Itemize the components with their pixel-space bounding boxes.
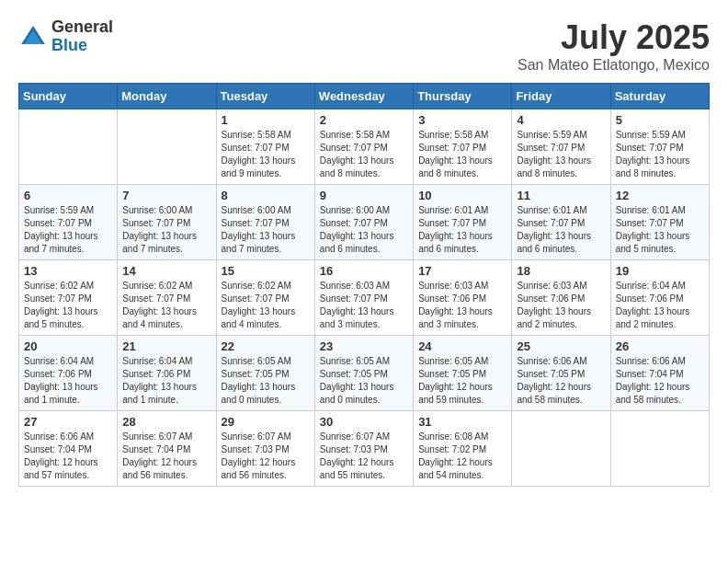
- day-info: Sunrise: 6:08 AM Sunset: 7:02 PM Dayligh…: [418, 431, 506, 482]
- day-number: 15: [222, 264, 310, 278]
- day-number: 30: [320, 415, 408, 429]
- day-info: Sunrise: 6:06 AM Sunset: 7:04 PM Dayligh…: [24, 431, 112, 482]
- day-info: Sunrise: 5:58 AM Sunset: 7:07 PM Dayligh…: [418, 129, 506, 180]
- calendar-cell: 2Sunrise: 5:58 AM Sunset: 7:07 PM Daylig…: [314, 109, 413, 185]
- day-number: 6: [24, 189, 112, 202]
- column-header-thursday: Thursday: [414, 84, 512, 109]
- logo-general-text: General: [51, 18, 113, 37]
- day-info: Sunrise: 5:58 AM Sunset: 7:07 PM Dayligh…: [222, 129, 310, 180]
- calendar-cell: 30Sunrise: 6:07 AM Sunset: 7:03 PM Dayli…: [314, 411, 413, 487]
- day-info: Sunrise: 5:59 AM Sunset: 7:07 PM Dayligh…: [24, 204, 112, 256]
- calendar-week-5: 27Sunrise: 6:06 AM Sunset: 7:04 PM Dayli…: [19, 411, 710, 487]
- calendar-cell: 23Sunrise: 6:05 AM Sunset: 7:05 PM Dayli…: [314, 336, 413, 411]
- column-header-saturday: Saturday: [610, 84, 709, 109]
- calendar-table: SundayMondayTuesdayWednesdayThursdayFrid…: [18, 83, 710, 487]
- calendar-cell: 16Sunrise: 6:03 AM Sunset: 7:07 PM Dayli…: [314, 260, 413, 336]
- calendar-cell: 18Sunrise: 6:03 AM Sunset: 7:06 PM Dayli…: [512, 260, 610, 336]
- calendar-cell: 9Sunrise: 6:00 AM Sunset: 7:07 PM Daylig…: [314, 185, 413, 260]
- calendar-cell: [19, 109, 118, 185]
- calendar-cell: [512, 411, 610, 487]
- calendar-cell: 29Sunrise: 6:07 AM Sunset: 7:03 PM Dayli…: [216, 411, 314, 487]
- day-info: Sunrise: 6:06 AM Sunset: 7:04 PM Dayligh…: [616, 355, 704, 407]
- day-info: Sunrise: 6:02 AM Sunset: 7:07 PM Dayligh…: [222, 280, 310, 331]
- day-info: Sunrise: 6:02 AM Sunset: 7:07 PM Dayligh…: [24, 280, 112, 331]
- month-title: July 2025: [518, 18, 710, 57]
- day-info: Sunrise: 6:05 AM Sunset: 7:05 PM Dayligh…: [418, 355, 506, 407]
- day-info: Sunrise: 6:03 AM Sunset: 7:06 PM Dayligh…: [418, 280, 506, 331]
- day-number: 26: [616, 339, 704, 353]
- calendar-week-4: 20Sunrise: 6:04 AM Sunset: 7:06 PM Dayli…: [19, 336, 710, 411]
- calendar-cell: 3Sunrise: 5:58 AM Sunset: 7:07 PM Daylig…: [414, 109, 512, 185]
- calendar-week-1: 1Sunrise: 5:58 AM Sunset: 7:07 PM Daylig…: [19, 109, 710, 185]
- calendar-cell: 24Sunrise: 6:05 AM Sunset: 7:05 PM Dayli…: [414, 336, 512, 411]
- day-info: Sunrise: 6:00 AM Sunset: 7:07 PM Dayligh…: [122, 204, 210, 256]
- calendar-cell: 11Sunrise: 6:01 AM Sunset: 7:07 PM Dayli…: [512, 185, 610, 260]
- calendar-cell: 6Sunrise: 5:59 AM Sunset: 7:07 PM Daylig…: [19, 185, 118, 260]
- day-number: 20: [24, 339, 112, 353]
- day-info: Sunrise: 6:04 AM Sunset: 7:06 PM Dayligh…: [616, 280, 704, 331]
- day-number: 31: [418, 415, 506, 429]
- calendar-cell: 10Sunrise: 6:01 AM Sunset: 7:07 PM Dayli…: [414, 185, 512, 260]
- calendar-week-3: 13Sunrise: 6:02 AM Sunset: 7:07 PM Dayli…: [19, 260, 710, 336]
- day-number: 24: [418, 339, 506, 353]
- day-number: 3: [418, 113, 506, 127]
- day-number: 23: [320, 339, 408, 353]
- calendar-cell: 21Sunrise: 6:04 AM Sunset: 7:06 PM Dayli…: [118, 336, 216, 411]
- calendar-cell: 25Sunrise: 6:06 AM Sunset: 7:05 PM Dayli…: [512, 336, 610, 411]
- day-info: Sunrise: 6:01 AM Sunset: 7:07 PM Dayligh…: [418, 204, 506, 256]
- logo-icon: [18, 22, 48, 52]
- day-info: Sunrise: 6:00 AM Sunset: 7:07 PM Dayligh…: [320, 204, 408, 256]
- calendar-cell: 22Sunrise: 6:05 AM Sunset: 7:05 PM Dayli…: [216, 336, 314, 411]
- day-number: 2: [320, 113, 408, 127]
- title-block: July 2025 San Mateo Etlatongo, Mexico: [518, 18, 710, 74]
- day-info: Sunrise: 6:05 AM Sunset: 7:05 PM Dayligh…: [222, 355, 310, 407]
- column-header-wednesday: Wednesday: [314, 84, 413, 109]
- day-number: 27: [24, 415, 112, 429]
- calendar-cell: 1Sunrise: 5:58 AM Sunset: 7:07 PM Daylig…: [216, 109, 314, 185]
- day-info: Sunrise: 6:07 AM Sunset: 7:04 PM Dayligh…: [122, 431, 210, 482]
- day-number: 21: [122, 339, 210, 353]
- day-info: Sunrise: 6:01 AM Sunset: 7:07 PM Dayligh…: [517, 204, 605, 256]
- day-number: 12: [616, 189, 704, 202]
- calendar-cell: 31Sunrise: 6:08 AM Sunset: 7:02 PM Dayli…: [414, 411, 512, 487]
- calendar-cell: 27Sunrise: 6:06 AM Sunset: 7:04 PM Dayli…: [19, 411, 118, 487]
- day-number: 29: [222, 415, 310, 429]
- day-number: 18: [517, 264, 605, 278]
- day-number: 5: [616, 113, 704, 127]
- day-info: Sunrise: 6:01 AM Sunset: 7:07 PM Dayligh…: [616, 204, 704, 256]
- day-number: 16: [320, 264, 408, 278]
- day-number: 17: [418, 264, 506, 278]
- calendar-cell: 28Sunrise: 6:07 AM Sunset: 7:04 PM Dayli…: [118, 411, 216, 487]
- day-info: Sunrise: 6:03 AM Sunset: 7:06 PM Dayligh…: [517, 280, 605, 331]
- calendar-cell: 15Sunrise: 6:02 AM Sunset: 7:07 PM Dayli…: [216, 260, 314, 336]
- calendar-cell: 4Sunrise: 5:59 AM Sunset: 7:07 PM Daylig…: [512, 109, 610, 185]
- day-info: Sunrise: 6:07 AM Sunset: 7:03 PM Dayligh…: [320, 431, 408, 482]
- calendar-week-2: 6Sunrise: 5:59 AM Sunset: 7:07 PM Daylig…: [19, 185, 710, 260]
- column-header-tuesday: Tuesday: [216, 84, 314, 109]
- day-info: Sunrise: 6:05 AM Sunset: 7:05 PM Dayligh…: [320, 355, 408, 407]
- calendar-cell: 14Sunrise: 6:02 AM Sunset: 7:07 PM Dayli…: [118, 260, 216, 336]
- day-info: Sunrise: 6:07 AM Sunset: 7:03 PM Dayligh…: [222, 431, 310, 482]
- calendar-cell: 17Sunrise: 6:03 AM Sunset: 7:06 PM Dayli…: [414, 260, 512, 336]
- day-info: Sunrise: 6:03 AM Sunset: 7:07 PM Dayligh…: [320, 280, 408, 331]
- column-header-monday: Monday: [118, 84, 216, 109]
- day-info: Sunrise: 6:06 AM Sunset: 7:05 PM Dayligh…: [517, 355, 605, 407]
- day-number: 8: [222, 189, 310, 202]
- calendar-cell: 12Sunrise: 6:01 AM Sunset: 7:07 PM Dayli…: [610, 185, 709, 260]
- day-number: 4: [517, 113, 605, 127]
- calendar-cell: [118, 109, 216, 185]
- day-info: Sunrise: 6:04 AM Sunset: 7:06 PM Dayligh…: [24, 355, 112, 407]
- day-info: Sunrise: 5:59 AM Sunset: 7:07 PM Dayligh…: [616, 129, 704, 180]
- day-info: Sunrise: 5:59 AM Sunset: 7:07 PM Dayligh…: [517, 129, 605, 180]
- calendar-cell: 13Sunrise: 6:02 AM Sunset: 7:07 PM Dayli…: [19, 260, 118, 336]
- calendar-cell: 19Sunrise: 6:04 AM Sunset: 7:06 PM Dayli…: [610, 260, 709, 336]
- day-info: Sunrise: 6:02 AM Sunset: 7:07 PM Dayligh…: [122, 280, 210, 331]
- day-number: 9: [320, 189, 408, 202]
- day-number: 10: [418, 189, 506, 202]
- calendar-cell: 5Sunrise: 5:59 AM Sunset: 7:07 PM Daylig…: [610, 109, 709, 185]
- day-number: 1: [222, 113, 310, 127]
- day-number: 7: [122, 189, 210, 202]
- logo: General Blue: [18, 18, 113, 55]
- day-number: 28: [122, 415, 210, 429]
- calendar-cell: 8Sunrise: 6:00 AM Sunset: 7:07 PM Daylig…: [216, 185, 314, 260]
